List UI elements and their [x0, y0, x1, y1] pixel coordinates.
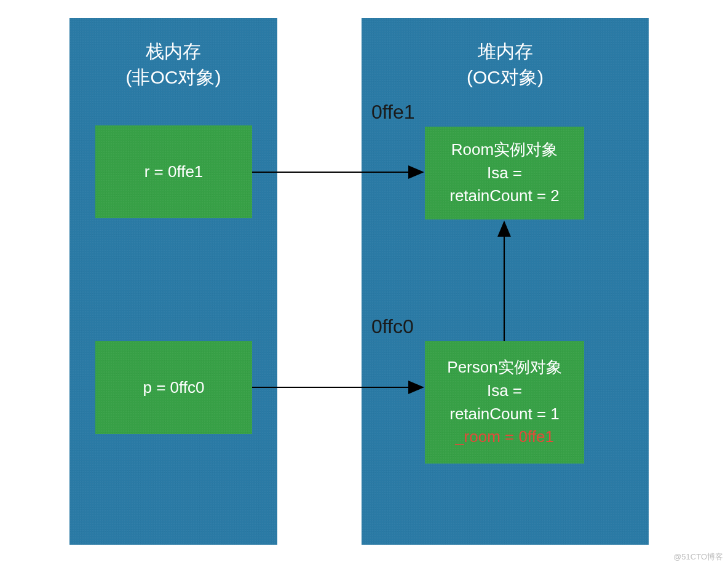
- heap-room-box: Room实例对象 Isa = retainCount = 2: [425, 127, 584, 219]
- heap-title-line1: 堆内存: [478, 41, 533, 61]
- heap-person-box: Person实例对象 Isa = retainCount = 1 _room =…: [425, 341, 584, 464]
- heap-title: 堆内存 (OC对象): [362, 39, 649, 90]
- person-line4: _room = 0ffe1: [455, 425, 554, 449]
- stack-title-line2: (非OC对象): [126, 67, 221, 87]
- heap-addr2-label: 0ffc0: [371, 315, 414, 338]
- stack-r-box: r = 0ffe1: [95, 125, 252, 218]
- person-line2: Isa =: [487, 379, 522, 403]
- person-line1: Person实例对象: [447, 356, 561, 379]
- stack-title: 栈内存 (非OC对象): [69, 39, 277, 90]
- stack-p-value: p = 0ffc0: [143, 376, 205, 400]
- room-line2: Isa =: [487, 162, 522, 185]
- watermark: @51CTO博客: [673, 551, 723, 563]
- heap-addr1-label: 0ffe1: [371, 101, 415, 124]
- stack-r-value: r = 0ffe1: [144, 160, 204, 184]
- person-line3: retainCount = 1: [449, 403, 560, 426]
- heap-panel: 堆内存 (OC对象): [362, 18, 649, 545]
- stack-title-line1: 栈内存: [146, 41, 201, 61]
- stack-panel: 栈内存 (非OC对象): [69, 18, 277, 545]
- room-line3: retainCount = 2: [449, 184, 560, 208]
- stack-p-box: p = 0ffc0: [95, 341, 252, 434]
- room-line1: Room实例对象: [451, 138, 558, 162]
- heap-title-line2: (OC对象): [467, 67, 544, 87]
